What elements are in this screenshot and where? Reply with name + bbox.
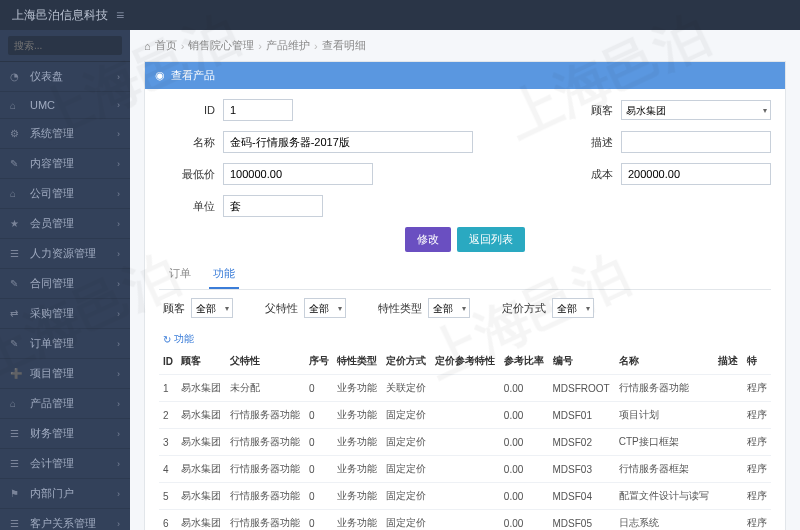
chevron-right-icon: › [117,129,120,139]
sidebar-item[interactable]: ✎订单管理› [0,329,130,359]
table-row[interactable]: 6易水集团行情服务器功能0业务功能固定定价0.00MDSF05日志系统程序 [159,510,771,531]
sidebar-item[interactable]: ⌂产品管理› [0,389,130,419]
crumb-home[interactable]: 首页 [155,38,177,53]
sidebar-item[interactable]: ⇄采购管理› [0,299,130,329]
refresh-icon: ↻ [163,334,171,345]
chevron-right-icon: › [117,189,120,199]
table-row[interactable]: 3易水集团行情服务器功能0业务功能固定定价0.00MDSF02CTP接口框架程序 [159,429,771,456]
filter-type-select[interactable]: 全部 [428,298,470,318]
customer-select[interactable]: 易水集团 [621,100,771,120]
filter-customer-select[interactable]: 全部 [191,298,233,318]
table-cell: 程序 [743,375,772,402]
table-cell [714,375,742,402]
nav-icon: ✎ [10,158,24,169]
nav-icon: ⚙ [10,128,24,139]
filter-parent-select[interactable]: 全部 [304,298,346,318]
sidebar-item[interactable]: ☰客户关系管理› [0,509,130,530]
sidebar-item[interactable]: ✎合同管理› [0,269,130,299]
sidebar-item-label: 会计管理 [30,456,74,471]
table-row[interactable]: 2易水集团行情服务器功能0业务功能固定定价0.00MDSF01项目计划程序 [159,402,771,429]
table-cell: 0.00 [500,429,549,456]
table-cell: 固定定价 [382,510,431,531]
table-cell: 业务功能 [333,429,382,456]
nav-icon: ☰ [10,248,24,259]
table-cell: CTP接口框架 [615,429,714,456]
cost-field[interactable] [621,163,771,185]
id-field[interactable] [223,99,293,121]
id-label: ID [159,104,215,116]
tab-function[interactable]: 功能 [209,260,239,289]
table-header[interactable]: 名称 [615,348,714,375]
table-header[interactable]: 特性类型 [333,348,382,375]
back-button[interactable]: 返回列表 [457,227,525,252]
crumb-a[interactable]: 销售院心管理 [188,38,254,53]
table-header[interactable]: 描述 [714,348,742,375]
home-icon[interactable]: ⌂ [144,40,151,52]
table-cell: 程序 [743,402,772,429]
tab-order[interactable]: 订单 [165,260,195,289]
sidebar-item[interactable]: ◔仪表盘› [0,62,130,92]
table-cell: 0 [305,375,333,402]
table-cell: 日志系统 [615,510,714,531]
sidebar-item-label: 人力资源管理 [30,246,96,261]
table-header[interactable]: 顾客 [177,348,226,375]
sidebar-item-label: 内部门户 [30,486,74,501]
sidebar-search-input[interactable] [8,36,122,55]
sidebar-item[interactable]: ⚑内部门户› [0,479,130,509]
table-cell: 业务功能 [333,456,382,483]
function-link[interactable]: ↻ 功能 [159,330,198,348]
table-header[interactable]: 编号 [549,348,615,375]
name-field[interactable] [223,131,473,153]
sidebar-item-label: 采购管理 [30,306,74,321]
table-row[interactable]: 4易水集团行情服务器功能0业务功能固定定价0.00MDSF03行情服务器框架程序 [159,456,771,483]
table-row[interactable]: 1易水集团未分配0业务功能关联定价0.00MDSFROOT行情服务器功能程序 [159,375,771,402]
sidebar-item[interactable]: ⚙系统管理› [0,119,130,149]
table-cell: 固定定价 [382,483,431,510]
table-cell [431,429,500,456]
table-cell: 0 [305,510,333,531]
sidebar-item[interactable]: ➕项目管理› [0,359,130,389]
table-header[interactable]: 定价参考特性 [431,348,500,375]
table-cell [714,429,742,456]
crumb-sep: › [181,40,185,52]
filter-row: 顾客 全部 父特性 全部 特性类型 全部 定价方式 全部 [159,290,771,326]
chevron-right-icon: › [117,100,120,110]
chevron-right-icon: › [117,339,120,349]
sidebar-item[interactable]: ☰会计管理› [0,449,130,479]
sidebar-item[interactable]: ⌂UMC› [0,92,130,119]
sidebar-item[interactable]: ★会员管理› [0,209,130,239]
menu-toggle-icon[interactable]: ≡ [116,7,124,23]
table-header[interactable]: 特 [743,348,772,375]
table-header[interactable]: 序号 [305,348,333,375]
sidebar-item[interactable]: ☰人力资源管理› [0,239,130,269]
table-cell: 0 [305,429,333,456]
table-header[interactable]: 定价方式 [382,348,431,375]
table-cell: 6 [159,510,177,531]
nav-icon: ☰ [10,518,24,529]
table-cell: 业务功能 [333,375,382,402]
table-cell: MDSFROOT [549,375,615,402]
sidebar-item[interactable]: ✎内容管理› [0,149,130,179]
table-cell: 0.00 [500,375,549,402]
table-cell: 易水集团 [177,429,226,456]
sidebar-item-label: 财务管理 [30,426,74,441]
unit-field[interactable] [223,195,323,217]
table-header[interactable]: ID [159,348,177,375]
chevron-right-icon: › [117,219,120,229]
crumb-b[interactable]: 产品维护 [266,38,310,53]
filter-pricing-select[interactable]: 全部 [552,298,594,318]
desc-field[interactable] [621,131,771,153]
sidebar: ◔仪表盘›⌂UMC›⚙系统管理›✎内容管理›⌂公司管理›★会员管理›☰人力资源管… [0,30,130,530]
table-header[interactable]: 参考比率 [500,348,549,375]
sidebar-item[interactable]: ☰财务管理› [0,419,130,449]
chevron-right-icon: › [117,489,120,499]
table-header[interactable]: 父特性 [226,348,305,375]
table-row[interactable]: 5易水集团行情服务器功能0业务功能固定定价0.00MDSF04配置文件设计与读写… [159,483,771,510]
table-cell [714,456,742,483]
table-cell: MDSF01 [549,402,615,429]
panel-header: ◉ 查看产品 [145,62,785,89]
sidebar-item[interactable]: ⌂公司管理› [0,179,130,209]
price-field[interactable] [223,163,373,185]
edit-button[interactable]: 修改 [405,227,451,252]
table-cell: 程序 [743,510,772,531]
